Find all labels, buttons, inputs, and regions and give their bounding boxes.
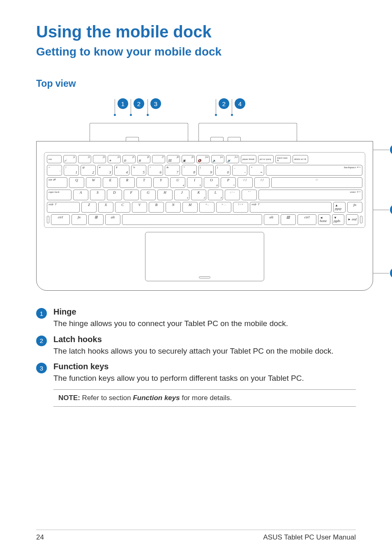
key-1: !1 (64, 165, 79, 176)
key-r: R (120, 177, 135, 188)
latch-hook-icon (126, 137, 139, 141)
key-e: E (103, 177, 118, 188)
touchpad-button-icon (199, 276, 210, 278)
key-delete: delete scr lk (293, 155, 308, 163)
key-lbracket: { [ (238, 177, 253, 188)
key-alt-left: alt (105, 214, 120, 225)
key-shift-left: shift ⇧ (47, 202, 80, 213)
key-9: (9 (198, 165, 214, 176)
key-5: %5 (131, 165, 146, 176)
callout-badge-2: 2 (134, 98, 144, 109)
callout-badge-2: 2 (219, 98, 229, 109)
key-f7: f7 (152, 155, 165, 163)
key-c: C (115, 202, 130, 213)
note-pre: Refer to section (80, 394, 133, 402)
callout-badge-5: 5 (390, 144, 392, 155)
key-comma: < , (199, 202, 214, 213)
manual-title: ASUS Tablet PC User Manual (263, 533, 356, 542)
callout-badge-6: 6 (390, 204, 392, 215)
desc-body: The latch hooks allows you to securely a… (53, 346, 356, 357)
note-em: Function keys (133, 394, 180, 402)
key-j: J1 (174, 190, 189, 200)
key-g: G (141, 190, 156, 200)
key-z: Z (81, 202, 97, 213)
key-f10: f10🔇 (196, 155, 210, 163)
key-6: ^6 (148, 165, 163, 176)
key-d: D (107, 190, 122, 200)
key-quote: " ' (242, 190, 257, 200)
key-ctrl-left: ctrl (51, 214, 70, 225)
key-enter: enter ⟵ (258, 190, 362, 200)
key-i: I5 (187, 177, 202, 188)
key-f6: f6⊞ (137, 155, 150, 163)
key-minus: _- (232, 165, 247, 176)
callout-badge-3: 3 (36, 363, 47, 373)
key-f: F (124, 190, 139, 200)
note-label: NOTE: (58, 394, 80, 402)
desc-title: Latch hooks (53, 335, 356, 344)
key-down: ▼ pgdn (332, 214, 344, 225)
key-p: P* (221, 177, 236, 188)
key-b: B (149, 202, 164, 213)
desc-item-3: 3 Function keys The function keys allow … (36, 362, 356, 407)
key-w: W (86, 177, 101, 188)
section-title: Top view (36, 78, 356, 89)
key-n: N (166, 202, 181, 213)
key-f2: f2 (78, 155, 91, 163)
touchpad (145, 232, 264, 281)
left-slot-icon (47, 216, 49, 223)
sub-title: Getting to know your mobile dock (36, 45, 356, 58)
callout-badge-3: 3 (150, 98, 161, 109)
key-4: $4 (114, 165, 129, 176)
key-m: M (182, 202, 198, 213)
key-windows: ⊞ (88, 214, 104, 225)
key-menu: ▤ (281, 214, 296, 225)
key-8: *8 (182, 165, 197, 176)
key-period: > . . (216, 202, 231, 213)
dock-diagram: 1 2 3 2 4 5 6 7 (36, 98, 373, 291)
key-f8: f8⌧ (167, 155, 180, 163)
key-space (122, 214, 262, 225)
key-grave: ~` (47, 165, 62, 176)
key-f11: f11🔉 (211, 155, 224, 163)
page-footer: 24 ASUS Tablet PC User Manual (36, 530, 356, 542)
key-a: A (73, 190, 88, 200)
key-tab: tab ⇄ (47, 177, 67, 188)
key-left: ◄ home (318, 214, 330, 225)
key-k: K2 (191, 190, 206, 200)
key-x: X (98, 202, 113, 213)
key-h: H (157, 190, 173, 200)
key-esc: esc (47, 155, 62, 163)
key-t: T (136, 177, 152, 188)
key-backspace: backspace ⟵ (266, 165, 362, 176)
key-backslash: | \ (271, 177, 362, 188)
desc-body: The hinge allows you to connect your Tab… (53, 318, 356, 329)
callout-badge-7: 7 (390, 268, 392, 278)
key-rbracket: } ] (254, 177, 270, 188)
key-7: &7 (165, 165, 180, 176)
key-ctrl-right: ctrl (297, 214, 316, 225)
key-o: O6 (204, 177, 219, 188)
key-capslock: caps lock (47, 190, 71, 200)
key-f5: f5⊟ (122, 155, 136, 163)
right-slot-icon (360, 216, 362, 223)
hinge-tab-left (90, 123, 188, 141)
callout-badge-4: 4 (235, 98, 245, 109)
key-insert: insert num lk (275, 155, 291, 163)
key-pause: pause break (241, 155, 256, 163)
callout-badge-1: 1 (36, 308, 47, 319)
key-s: S (90, 190, 105, 200)
note-post: for more details. (180, 394, 232, 402)
key-0: )0 (215, 165, 231, 176)
latch-hook-icon (210, 137, 224, 141)
note-box: NOTE: Refer to section Function keys for… (53, 389, 356, 407)
key-q: Q (69, 177, 84, 188)
main-title: Using the mobile dock (36, 23, 356, 41)
key-shift-right: shift ⇧ (250, 202, 332, 213)
key-semicolon: ; : – (225, 190, 240, 200)
page-number: 24 (36, 533, 44, 542)
key-alt-right: alt (264, 214, 279, 225)
function-key-row: esc f1z² f2 f3 f4✈ f5⊟ f6⊞ f7 f8⌧ f9▣ f1… (47, 155, 362, 163)
callout-badge-2: 2 (36, 336, 47, 346)
desc-title: Function keys (53, 362, 356, 371)
